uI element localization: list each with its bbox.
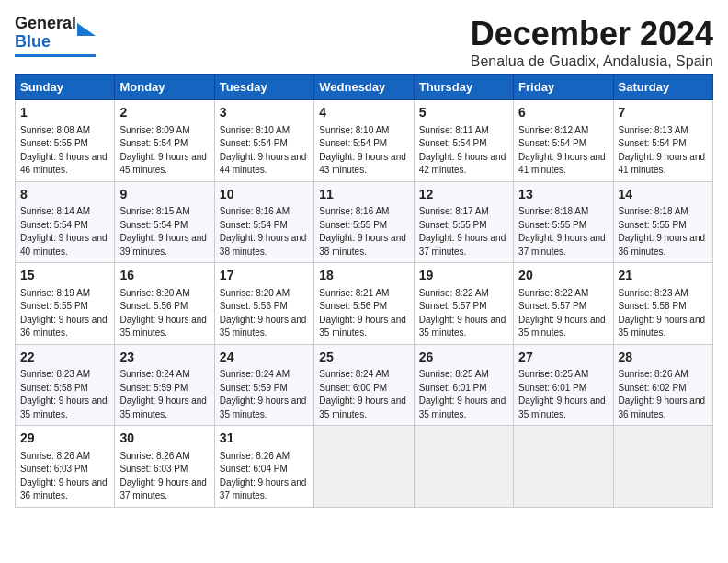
day-number: 5: [419, 104, 508, 122]
calendar-table: SundayMondayTuesdayWednesdayThursdayFrid…: [15, 74, 713, 508]
cell-info: Sunrise: 8:25 AM Sunset: 6:01 PM Dayligh…: [518, 368, 608, 421]
calendar-week-row: 29Sunrise: 8:26 AM Sunset: 6:03 PM Dayli…: [16, 426, 713, 508]
day-number: 20: [518, 267, 608, 285]
calendar-cell: [414, 426, 513, 508]
calendar-cell: 15Sunrise: 8:19 AM Sunset: 5:55 PM Dayli…: [16, 263, 115, 345]
cell-info: Sunrise: 8:18 AM Sunset: 5:55 PM Dayligh…: [619, 205, 708, 259]
cell-info: Sunrise: 8:16 AM Sunset: 5:54 PM Dayligh…: [220, 205, 309, 259]
cell-info: Sunrise: 8:18 AM Sunset: 5:55 PM Dayligh…: [518, 205, 608, 259]
col-header-saturday: Saturday: [613, 75, 712, 100]
day-number: 10: [220, 186, 309, 204]
calendar-header-row: SundayMondayTuesdayWednesdayThursdayFrid…: [16, 75, 713, 100]
logo: General Blue: [15, 15, 96, 57]
day-number: 13: [518, 186, 608, 204]
day-number: 31: [220, 430, 309, 448]
day-number: 23: [119, 349, 209, 367]
calendar-cell: 17Sunrise: 8:20 AM Sunset: 5:56 PM Dayli…: [214, 263, 313, 345]
day-number: 28: [619, 349, 708, 367]
day-number: 3: [220, 104, 309, 122]
day-number: 1: [20, 104, 109, 122]
day-number: 24: [220, 349, 309, 367]
logo-underline: [15, 54, 96, 57]
calendar-cell: 19Sunrise: 8:22 AM Sunset: 5:57 PM Dayli…: [414, 263, 513, 345]
calendar-cell: [314, 426, 414, 508]
cell-info: Sunrise: 8:12 AM Sunset: 5:54 PM Dayligh…: [518, 124, 608, 178]
cell-info: Sunrise: 8:17 AM Sunset: 5:55 PM Dayligh…: [419, 205, 508, 259]
cell-info: Sunrise: 8:23 AM Sunset: 5:58 PM Dayligh…: [20, 368, 109, 421]
day-number: 19: [419, 267, 508, 285]
cell-info: Sunrise: 8:08 AM Sunset: 5:55 PM Dayligh…: [20, 124, 109, 178]
col-header-friday: Friday: [514, 75, 613, 100]
calendar-cell: 22Sunrise: 8:23 AM Sunset: 5:58 PM Dayli…: [16, 344, 115, 426]
cell-info: Sunrise: 8:24 AM Sunset: 5:59 PM Dayligh…: [119, 368, 209, 421]
cell-info: Sunrise: 8:09 AM Sunset: 5:54 PM Dayligh…: [119, 124, 209, 178]
calendar-cell: 26Sunrise: 8:25 AM Sunset: 6:01 PM Dayli…: [414, 344, 513, 426]
day-number: 2: [119, 104, 209, 122]
cell-info: Sunrise: 8:26 AM Sunset: 6:04 PM Dayligh…: [220, 450, 309, 503]
day-number: 11: [319, 186, 408, 204]
calendar-cell: 29Sunrise: 8:26 AM Sunset: 6:03 PM Dayli…: [16, 426, 115, 508]
cell-info: Sunrise: 8:15 AM Sunset: 5:54 PM Dayligh…: [119, 205, 209, 259]
calendar-cell: 7Sunrise: 8:13 AM Sunset: 5:54 PM Daylig…: [613, 100, 712, 182]
logo-arrow-icon: [77, 30, 96, 36]
calendar-cell: [613, 426, 712, 508]
day-number: 15: [20, 267, 109, 285]
calendar-cell: 8Sunrise: 8:14 AM Sunset: 5:54 PM Daylig…: [16, 181, 115, 263]
cell-info: Sunrise: 8:10 AM Sunset: 5:54 PM Dayligh…: [319, 124, 408, 178]
logo-blue: Blue: [15, 33, 76, 52]
day-number: 26: [419, 349, 508, 367]
calendar-cell: 20Sunrise: 8:22 AM Sunset: 5:57 PM Dayli…: [514, 263, 613, 345]
calendar-cell: 4Sunrise: 8:10 AM Sunset: 5:54 PM Daylig…: [314, 100, 414, 182]
calendar-cell: 6Sunrise: 8:12 AM Sunset: 5:54 PM Daylig…: [514, 100, 613, 182]
day-number: 12: [419, 186, 508, 204]
col-header-thursday: Thursday: [414, 75, 513, 100]
cell-info: Sunrise: 8:10 AM Sunset: 5:54 PM Dayligh…: [220, 124, 309, 178]
cell-info: Sunrise: 8:14 AM Sunset: 5:54 PM Dayligh…: [20, 205, 109, 259]
cell-info: Sunrise: 8:23 AM Sunset: 5:58 PM Dayligh…: [619, 287, 708, 340]
cell-info: Sunrise: 8:26 AM Sunset: 6:03 PM Dayligh…: [20, 450, 109, 503]
calendar-cell: 11Sunrise: 8:16 AM Sunset: 5:55 PM Dayli…: [314, 181, 414, 263]
day-number: 7: [619, 104, 708, 122]
day-number: 29: [20, 430, 109, 448]
cell-info: Sunrise: 8:25 AM Sunset: 6:01 PM Dayligh…: [419, 368, 508, 421]
cell-info: Sunrise: 8:21 AM Sunset: 5:56 PM Dayligh…: [319, 287, 408, 340]
cell-info: Sunrise: 8:24 AM Sunset: 6:00 PM Dayligh…: [319, 368, 408, 421]
calendar-cell: 13Sunrise: 8:18 AM Sunset: 5:55 PM Dayli…: [514, 181, 613, 263]
day-number: 30: [119, 430, 209, 448]
cell-info: Sunrise: 8:20 AM Sunset: 5:56 PM Dayligh…: [220, 287, 309, 340]
col-header-sunday: Sunday: [16, 75, 115, 100]
calendar-cell: 1Sunrise: 8:08 AM Sunset: 5:55 PM Daylig…: [16, 100, 115, 182]
cell-info: Sunrise: 8:13 AM Sunset: 5:54 PM Dayligh…: [619, 124, 708, 178]
cell-info: Sunrise: 8:22 AM Sunset: 5:57 PM Dayligh…: [419, 287, 508, 340]
calendar-cell: 23Sunrise: 8:24 AM Sunset: 5:59 PM Dayli…: [115, 344, 214, 426]
col-header-monday: Monday: [115, 75, 214, 100]
cell-info: Sunrise: 8:19 AM Sunset: 5:55 PM Dayligh…: [20, 287, 109, 340]
day-number: 6: [518, 104, 608, 122]
day-number: 22: [20, 349, 109, 367]
cell-info: Sunrise: 8:11 AM Sunset: 5:54 PM Dayligh…: [419, 124, 508, 178]
calendar-week-row: 8Sunrise: 8:14 AM Sunset: 5:54 PM Daylig…: [16, 181, 713, 263]
cell-info: Sunrise: 8:26 AM Sunset: 6:03 PM Dayligh…: [119, 450, 209, 503]
calendar-cell: 31Sunrise: 8:26 AM Sunset: 6:04 PM Dayli…: [214, 426, 313, 508]
calendar-week-row: 15Sunrise: 8:19 AM Sunset: 5:55 PM Dayli…: [16, 263, 713, 345]
location-subtitle: Benalua de Guadix, Andalusia, Spain: [471, 53, 713, 70]
calendar-cell: 3Sunrise: 8:10 AM Sunset: 5:54 PM Daylig…: [214, 100, 313, 182]
month-year-title: December 2024: [471, 15, 713, 53]
calendar-week-row: 22Sunrise: 8:23 AM Sunset: 5:58 PM Dayli…: [16, 344, 713, 426]
col-header-wednesday: Wednesday: [314, 75, 414, 100]
calendar-cell: 5Sunrise: 8:11 AM Sunset: 5:54 PM Daylig…: [414, 100, 513, 182]
calendar-cell: 27Sunrise: 8:25 AM Sunset: 6:01 PM Dayli…: [514, 344, 613, 426]
cell-info: Sunrise: 8:20 AM Sunset: 5:56 PM Dayligh…: [119, 287, 209, 340]
calendar-cell: 18Sunrise: 8:21 AM Sunset: 5:56 PM Dayli…: [314, 263, 414, 345]
calendar-cell: 28Sunrise: 8:26 AM Sunset: 6:02 PM Dayli…: [613, 344, 712, 426]
calendar-cell: 2Sunrise: 8:09 AM Sunset: 5:54 PM Daylig…: [115, 100, 214, 182]
calendar-cell: 10Sunrise: 8:16 AM Sunset: 5:54 PM Dayli…: [214, 181, 313, 263]
calendar-cell: 21Sunrise: 8:23 AM Sunset: 5:58 PM Dayli…: [613, 263, 712, 345]
logo-general: General: [15, 15, 76, 33]
calendar-cell: 24Sunrise: 8:24 AM Sunset: 5:59 PM Dayli…: [214, 344, 313, 426]
calendar-cell: [514, 426, 613, 508]
cell-info: Sunrise: 8:26 AM Sunset: 6:02 PM Dayligh…: [619, 368, 708, 421]
day-number: 8: [20, 186, 109, 204]
day-number: 14: [619, 186, 708, 204]
day-number: 25: [319, 349, 408, 367]
